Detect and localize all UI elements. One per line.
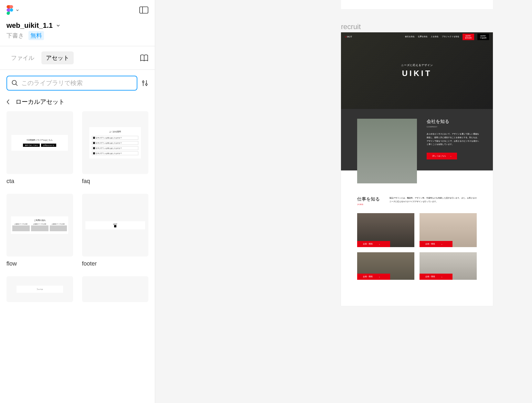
asset-item-footer[interactable]: UIKIT footer <box>82 194 149 267</box>
top-bar <box>0 0 155 20</box>
svg-point-7 <box>143 81 144 83</box>
asset-item-form[interactable]: フォーム <box>6 276 73 302</box>
recruit-logo: UIKIT <box>345 35 352 38</box>
svg-point-8 <box>146 84 147 85</box>
jobs-subtitle: JOBS <box>357 203 380 205</box>
asset-name: cta <box>6 178 73 185</box>
frame-recruit[interactable]: UIKIT 会社を知る 仕事を知る 人を知る プロジェクトを知る ENTRY新卒… <box>341 32 493 306</box>
asset-thumb: ご利用の流れ お客様のニーズを分析 お客様のニーズを分析 お客様のニーズを分析 <box>6 194 73 256</box>
nav-link: 人を知る <box>431 35 439 38</box>
chevron-down-icon <box>16 9 19 11</box>
company-subtitle: COMPANY <box>427 126 480 128</box>
canvas[interactable]: recruit co UIKIT 会社を知る 仕事を知る 人を知る プロジェクト… <box>155 0 532 403</box>
nav-link: プロジェクトを知る <box>442 35 459 38</box>
company-more-button: 詳しくはこちら› <box>427 153 457 159</box>
asset-thumb: 7日間無料トライアルはこちら 無料で試してみるお問合せをする <box>6 111 73 174</box>
jobs-title: 仕事を知る <box>357 196 380 202</box>
recruit-nav: UIKIT 会社を知る 仕事を知る 人を知る プロジェクトを知る ENTRY新卒… <box>341 32 493 41</box>
asset-thumb <box>82 276 149 302</box>
figma-menu-button[interactable] <box>6 5 19 15</box>
file-title-row[interactable]: web_uikit_1.1 <box>0 20 155 31</box>
frame-slice <box>341 0 493 9</box>
library-icon[interactable] <box>140 54 148 61</box>
draft-label[interactable]: 下書き <box>6 32 24 39</box>
search-input[interactable] <box>21 80 132 87</box>
asset-item-faq[interactable]: よくある質問 QQ サブプランは何にあたりますか？ QQ サブプランは何にあたり… <box>82 111 149 185</box>
job-card: 企画・開発› <box>357 252 414 280</box>
file-title: web_uikit_1.1 <box>6 21 53 30</box>
tab-file[interactable]: ファイル <box>6 51 39 64</box>
asset-name: footer <box>82 260 149 267</box>
asset-name: faq <box>82 178 149 185</box>
frame-label-recruit[interactable]: recruit <box>341 23 361 31</box>
nav-link: 会社を知る <box>405 35 415 38</box>
nav-entry-new: ENTRY新卒採用 <box>463 34 474 40</box>
nav-link: 仕事を知る <box>418 35 428 38</box>
panel-toggle-button[interactable] <box>139 6 148 14</box>
assets-grid: 7日間無料トライアルはこちら 無料で試してみるお問合せをする cta よくある質… <box>0 111 155 302</box>
chevron-down-icon <box>57 25 60 27</box>
svg-line-4 <box>16 84 17 86</box>
filter-icon[interactable] <box>141 80 148 87</box>
asset-item-cta[interactable]: 7日間無料トライアルはこちら 無料で試してみるお問合せをする cta <box>6 111 73 185</box>
hero-subtitle: ニーズに応えるデザイン <box>401 63 433 67</box>
job-card: 企画・開発› <box>420 213 477 247</box>
job-card: 企画・開発› <box>420 252 477 280</box>
asset-thumb: フォーム <box>6 276 73 302</box>
subtitle-row: 下書き 無料 <box>0 31 155 46</box>
recruit-company-section: 会社を知る COMPANY あらゆるビジネスにおいて、デザインを通じて新しい価値… <box>341 109 493 170</box>
recruit-hero: UIKIT 会社を知る 仕事を知る 人を知る プロジェクトを知る ENTRY新卒… <box>341 32 493 109</box>
breadcrumb-label: ローカルアセット <box>16 98 65 106</box>
search-row <box>0 70 155 94</box>
asset-thumb: UIKIT <box>82 194 149 256</box>
panel-tabs: ファイル アセット <box>0 46 155 70</box>
asset-thumb: よくある質問 QQ サブプランは何にあたりますか？ QQ サブプランは何にあたり… <box>82 111 149 174</box>
company-image <box>357 119 417 183</box>
svg-rect-1 <box>140 7 148 13</box>
job-card: 企画・開発› <box>357 213 414 247</box>
left-panel: web_uikit_1.1 下書き 無料 ファイル アセット ローカルアセット <box>0 0 155 403</box>
search-icon <box>12 80 18 86</box>
back-icon[interactable] <box>6 99 10 104</box>
hero-title: UIKIT <box>402 69 432 78</box>
company-body: あらゆるビジネスにおいて、デザインを通じて新しい価値を創造し、顧客と共に成長する… <box>427 132 480 146</box>
asset-name: flow <box>6 260 73 267</box>
company-title: 会社を知る <box>427 119 480 125</box>
free-badge[interactable]: 無料 <box>28 31 44 40</box>
svg-point-3 <box>12 81 16 85</box>
recruit-jobs-section: 仕事を知る JOBS 製品デザインには、機能性、デザイン性、生産性などを考慮した… <box>341 170 493 289</box>
nav-entry-mid: ENTRY中途採用 <box>477 34 489 40</box>
search-box[interactable] <box>6 76 137 91</box>
tab-assets[interactable]: アセット <box>41 51 74 64</box>
asset-item-flow[interactable]: ご利用の流れ お客様のニーズを分析 お客様のニーズを分析 お客様のニーズを分析 … <box>6 194 73 267</box>
figma-logo-icon <box>6 5 14 15</box>
jobs-description: 製品デザインには、機能性、デザイン性、生産性などを考慮した設計を行います。また、… <box>389 196 477 205</box>
breadcrumb: ローカルアセット <box>0 94 155 111</box>
svg-point-0 <box>10 8 13 12</box>
asset-item-placeholder[interactable] <box>82 276 149 302</box>
